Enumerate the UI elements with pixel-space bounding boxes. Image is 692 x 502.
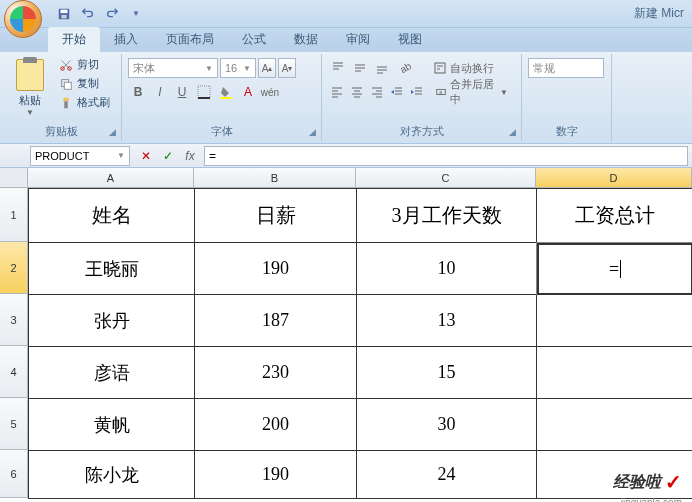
copy-icon [59, 77, 73, 91]
redo-icon [105, 7, 119, 21]
ribbon-tabs: 开始 插入 页面布局 公式 数据 审阅 视图 [0, 28, 692, 52]
align-center-button[interactable] [348, 82, 366, 102]
clipboard-dialog-launcher[interactable]: ◢ [106, 126, 118, 138]
phonetic-button[interactable]: wén [260, 82, 280, 102]
orientation-button[interactable]: ab [394, 58, 414, 78]
data-cell[interactable]: 230 [195, 347, 357, 399]
align-middle-button[interactable] [350, 58, 370, 78]
watermark-url: jingyanla.com [621, 497, 682, 502]
copy-label: 复制 [77, 76, 99, 91]
group-alignment: ab 自动换行 a 合并后居中 ▼ 对齐方式 ◢ [322, 54, 522, 141]
row-header-1[interactable]: 1 [0, 188, 28, 242]
align-top-button[interactable] [328, 58, 348, 78]
italic-button[interactable]: I [150, 82, 170, 102]
grow-font-button[interactable]: A▴ [258, 58, 276, 78]
undo-icon [81, 7, 95, 21]
data-cell[interactable]: = [537, 243, 692, 295]
number-format-select[interactable]: 常规 [528, 58, 604, 78]
data-cell[interactable]: 190 [195, 451, 357, 499]
font-size-select[interactable]: 16 ▼ [220, 58, 256, 78]
col-header-a[interactable]: A [28, 168, 194, 188]
font-name-select[interactable]: 宋体 ▼ [128, 58, 218, 78]
format-painter-button[interactable]: 格式刷 [56, 94, 113, 111]
tab-view[interactable]: 视图 [384, 27, 436, 52]
tab-review[interactable]: 审阅 [332, 27, 384, 52]
decrease-indent-button[interactable] [388, 82, 406, 102]
title-bar: ▼ 新建 Micr [0, 0, 692, 28]
redo-button[interactable] [102, 4, 122, 24]
wrap-text-button[interactable]: 自动换行 [426, 58, 501, 78]
tab-formulas[interactable]: 公式 [228, 27, 280, 52]
formula-value: = [209, 149, 216, 163]
col-header-d[interactable]: D [536, 168, 692, 188]
col-header-c[interactable]: C [356, 168, 536, 188]
fx-button[interactable]: fx [180, 147, 200, 165]
data-cell[interactable] [537, 347, 692, 399]
align-left-button[interactable] [328, 82, 346, 102]
merge-center-button[interactable]: a 合并后居中 ▼ [428, 82, 515, 102]
office-button[interactable] [4, 0, 42, 38]
alignment-dialog-launcher[interactable]: ◢ [506, 126, 518, 138]
cut-button[interactable]: 剪切 [56, 56, 113, 73]
select-all-corner[interactable] [0, 168, 28, 188]
header-cell[interactable]: 3月工作天数 [357, 189, 537, 243]
save-button[interactable] [54, 4, 74, 24]
col-header-b[interactable]: B [194, 168, 356, 188]
copy-button[interactable]: 复制 [56, 75, 113, 92]
align-bottom-button[interactable] [372, 58, 392, 78]
clipboard-group-label: 剪贴板 [2, 124, 121, 139]
font-color-button[interactable]: A [238, 82, 258, 102]
undo-button[interactable] [78, 4, 98, 24]
data-cell[interactable]: 15 [357, 347, 537, 399]
bold-button[interactable]: B [128, 82, 148, 102]
name-box-value: PRODUCT [35, 150, 89, 162]
svg-rect-7 [63, 97, 68, 101]
formula-input[interactable]: = [204, 146, 688, 166]
fill-color-button[interactable] [216, 82, 236, 102]
font-dialog-launcher[interactable]: ◢ [306, 126, 318, 138]
data-cell[interactable] [537, 295, 692, 347]
data-cell[interactable]: 彦语 [29, 347, 195, 399]
underline-button[interactable]: U [172, 82, 192, 102]
cancel-formula-button[interactable]: ✕ [136, 147, 156, 165]
data-cell[interactable]: 200 [195, 399, 357, 451]
row-header-6[interactable]: 6 [0, 450, 28, 498]
header-cell[interactable]: 工资总计 [537, 189, 692, 243]
row-header-3[interactable]: 3 [0, 294, 28, 346]
tab-home[interactable]: 开始 [48, 27, 100, 52]
border-button[interactable] [194, 82, 214, 102]
accept-formula-button[interactable]: ✓ [158, 147, 178, 165]
svg-text:ab: ab [398, 61, 411, 75]
data-cell[interactable]: 王晓丽 [29, 243, 195, 295]
data-cell[interactable]: 24 [357, 451, 537, 499]
data-cell[interactable]: 10 [357, 243, 537, 295]
row-header-2[interactable]: 2 [0, 242, 28, 294]
header-cell[interactable]: 姓名 [29, 189, 195, 243]
tab-insert[interactable]: 插入 [100, 27, 152, 52]
data-cell[interactable]: 13 [357, 295, 537, 347]
data-cell[interactable]: 黄帆 [29, 399, 195, 451]
align-right-button[interactable] [368, 82, 386, 102]
data-cell[interactable]: 陈小龙 [29, 451, 195, 499]
font-size-value: 16 [225, 62, 237, 74]
shrink-font-button[interactable]: A▾ [278, 58, 296, 78]
data-cell[interactable]: 190 [195, 243, 357, 295]
row-header-5[interactable]: 5 [0, 398, 28, 450]
name-box[interactable]: PRODUCT ▼ [30, 146, 130, 166]
data-cell[interactable]: 187 [195, 295, 357, 347]
data-cell[interactable] [537, 399, 692, 451]
svg-rect-10 [220, 97, 232, 99]
paste-button[interactable]: 粘贴 ▼ [8, 56, 52, 124]
data-cell[interactable]: 张丹 [29, 295, 195, 347]
border-icon [197, 85, 211, 99]
row-header-4[interactable]: 4 [0, 346, 28, 398]
qat-customize[interactable]: ▼ [126, 4, 146, 24]
header-cell[interactable]: 日薪 [195, 189, 357, 243]
tab-data[interactable]: 数据 [280, 27, 332, 52]
wrap-label: 自动换行 [450, 61, 494, 76]
data-cell[interactable]: 30 [357, 399, 537, 451]
tab-page-layout[interactable]: 页面布局 [152, 27, 228, 52]
svg-rect-21 [435, 63, 445, 73]
formula-bar: PRODUCT ▼ ✕ ✓ fx = [0, 144, 692, 168]
increase-indent-button[interactable] [408, 82, 426, 102]
